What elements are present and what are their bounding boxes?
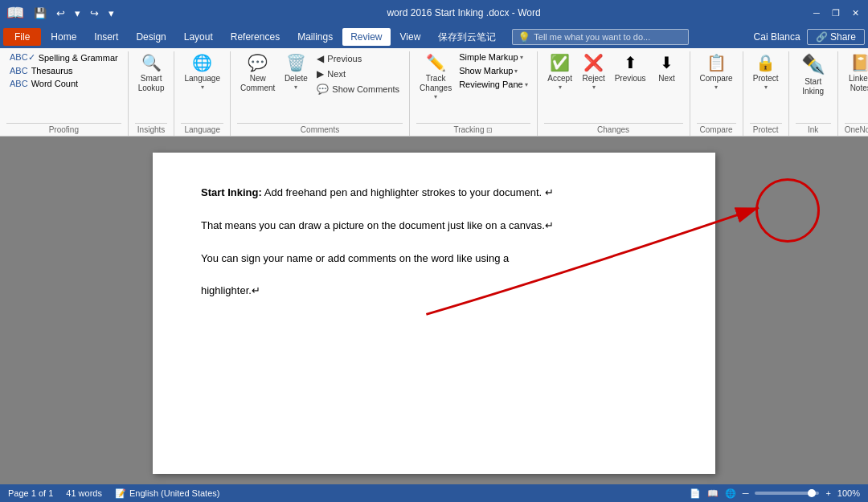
title-bar: 📖 💾 ↩ ▾ ↪ ▾ word 2016 Start Inking .docx… xyxy=(0,0,868,26)
proofing-group-label: Proofing xyxy=(6,123,121,136)
ink-group-content: ✒️ StartInking xyxy=(796,51,831,123)
insights-group-content: 🔍 SmartLookup xyxy=(135,51,168,123)
zoom-plus-button[interactable]: + xyxy=(825,488,830,498)
restore-button[interactable]: ❐ xyxy=(829,6,842,19)
simple-markup-dropdown[interactable]: Simple Markup ▾ xyxy=(457,51,530,63)
compare-dropdown-arrow: ▾ xyxy=(714,84,718,91)
simple-markup-arrow: ▾ xyxy=(520,54,523,61)
next-button[interactable]: ▶ Next xyxy=(313,67,403,81)
language-button[interactable]: 🌐 Language ▾ xyxy=(181,51,223,92)
inking-icon: ✒️ xyxy=(801,53,825,76)
tell-me-box[interactable]: 💡 Tell me what you want to do... xyxy=(512,29,689,45)
start-inking-label: StartInking xyxy=(802,77,824,96)
smart-lookup-button[interactable]: 🔍 SmartLookup xyxy=(135,51,168,95)
spelling-grammar-button[interactable]: ABC✓ Spelling & Grammar xyxy=(6,51,121,63)
undo-button[interactable]: ↩ xyxy=(53,6,68,21)
share-button[interactable]: 🔗 Share xyxy=(807,29,865,45)
track-changes-dropdown-arrow: ▾ xyxy=(434,93,437,100)
language-status: 📝 English (United States) xyxy=(115,488,220,499)
track-changes-button[interactable]: ✏️ TrackChanges ▾ xyxy=(416,51,455,102)
ribbon-group-ink: ✒️ StartInking Ink xyxy=(789,51,838,136)
linked-notes-label: LinkedNotes xyxy=(849,74,868,93)
ribbon-group-insights: 🔍 SmartLookup Insights xyxy=(129,51,175,136)
para-4-text: highlighter.↵ xyxy=(201,284,260,296)
delete-button[interactable]: 🗑️ Delete ▾ xyxy=(280,51,312,92)
reject-label: Reject xyxy=(582,74,604,84)
menu-layout[interactable]: Layout xyxy=(176,28,221,46)
user-name: Cai Blanca xyxy=(754,31,800,43)
prev-change-label: Previous xyxy=(615,74,646,84)
linked-notes-button[interactable]: 📔 LinkedNotes xyxy=(845,51,868,95)
spelling-icon: ABC✓ xyxy=(10,52,35,63)
paragraph-4: highlighter.↵ xyxy=(201,283,667,300)
word-count-label: Word Count xyxy=(31,79,79,88)
tracking-group-content: ✏️ TrackChanges ▾ Simple Markup ▾ Show M… xyxy=(416,51,530,123)
zoom-slider[interactable] xyxy=(755,492,819,495)
reviewing-pane-dropdown[interactable]: Reviewing Pane ▾ xyxy=(457,79,530,90)
menu-cloud-notes[interactable]: 保存到云笔记 xyxy=(430,27,504,47)
word-count-button[interactable]: ABC Word Count xyxy=(6,78,81,89)
menu-home[interactable]: Home xyxy=(43,28,84,46)
zoom-minus-button[interactable]: ─ xyxy=(743,488,749,498)
reject-button[interactable]: ❌ Reject ▾ xyxy=(578,51,610,92)
menu-view[interactable]: View xyxy=(392,28,429,46)
accept-button[interactable]: ✅ Accept ▾ xyxy=(544,51,576,92)
compare-label: Compare xyxy=(700,74,733,84)
language-group-label: Language xyxy=(181,123,223,136)
delete-dropdown-arrow: ▾ xyxy=(294,84,297,91)
menu-review[interactable]: Review xyxy=(342,28,390,46)
spelling-label: Spelling & Grammar xyxy=(39,53,118,63)
protect-button[interactable]: 🔒 Protect ▾ xyxy=(750,51,782,92)
language-group-content: 🌐 Language ▾ xyxy=(181,51,223,123)
previous-button[interactable]: ◀ Previous xyxy=(313,51,403,66)
protect-icon: 🔒 xyxy=(755,53,776,72)
next-icon: ▶ xyxy=(317,68,324,80)
thesaurus-button[interactable]: ABC Thesaurus xyxy=(6,65,76,76)
compare-button[interactable]: 📋 Compare ▾ xyxy=(697,51,736,92)
status-bar: Page 1 of 1 41 words 📝 English (United S… xyxy=(0,484,868,502)
reviewing-pane-arrow: ▾ xyxy=(525,81,528,88)
compare-group-content: 📋 Compare ▾ xyxy=(697,51,736,123)
language-dropdown-arrow: ▾ xyxy=(201,84,204,91)
tracking-col: Simple Markup ▾ Show Markup ▾ Reviewing … xyxy=(457,51,530,90)
protect-dropdown-arrow: ▾ xyxy=(764,84,768,91)
view-normal-icon[interactable]: 📄 xyxy=(690,488,701,499)
redo-button[interactable]: ↪ xyxy=(87,6,102,21)
next-change-icon: ⬇ xyxy=(660,53,674,72)
paragraph-2: That means you can draw a picture on the… xyxy=(201,218,667,235)
smart-lookup-label: SmartLookup xyxy=(138,74,165,93)
language-icon: 🌐 xyxy=(192,53,212,72)
zoom-level: 100% xyxy=(837,488,860,498)
menu-references[interactable]: References xyxy=(223,28,288,46)
close-button[interactable]: ✕ xyxy=(849,6,862,19)
ribbon-group-onenote: 📔 LinkedNotes OneNote xyxy=(838,51,868,136)
bold-text-1: Start Inking: xyxy=(201,186,262,198)
minimize-button[interactable]: ─ xyxy=(810,6,823,19)
view-web-icon[interactable]: 🌐 xyxy=(725,488,736,499)
language-icon-status: 📝 xyxy=(115,488,126,499)
para-3-text: You can sign your name or add comments o… xyxy=(201,252,509,264)
save-button[interactable]: 💾 xyxy=(31,6,50,21)
next-change-button[interactable]: ⬇ Next xyxy=(651,51,683,85)
paragraph-1: Start Inking: Add freehand pen and highl… xyxy=(201,185,667,202)
show-comments-button[interactable]: 💬 Show Comments xyxy=(313,82,403,96)
title-bar-title: word 2016 Start Inking .docx - Word xyxy=(117,7,810,18)
menu-design[interactable]: Design xyxy=(128,28,174,46)
comments-group-content: 💬 NewComment 🗑️ Delete ▾ ◀ Previous ▶ Ne… xyxy=(237,51,403,123)
customize-quick-access[interactable]: ▾ xyxy=(105,6,117,21)
para-2-text: That means you can draw a picture on the… xyxy=(201,219,554,231)
compare-group-label: Compare xyxy=(697,123,736,136)
new-comment-button[interactable]: 💬 NewComment xyxy=(237,51,278,95)
undo-dropdown[interactable]: ▾ xyxy=(72,6,84,21)
show-markup-dropdown[interactable]: Show Markup ▾ xyxy=(457,65,530,76)
menu-mailings[interactable]: Mailings xyxy=(289,28,341,46)
view-read-icon[interactable]: 📖 xyxy=(707,488,719,499)
menu-insert[interactable]: Insert xyxy=(86,28,126,46)
ink-group-label: Ink xyxy=(796,123,831,136)
start-inking-button[interactable]: ✒️ StartInking xyxy=(796,51,831,98)
menu-file[interactable]: File xyxy=(3,28,41,46)
main-area: Start Inking: Add freehand pen and highl… xyxy=(0,137,868,484)
prev-change-button[interactable]: ⬆ Previous xyxy=(612,51,649,85)
ribbon-group-proofing: ABC✓ Spelling & Grammar ABC Thesaurus AB… xyxy=(0,51,129,136)
word-count-status: 41 words xyxy=(66,488,102,498)
